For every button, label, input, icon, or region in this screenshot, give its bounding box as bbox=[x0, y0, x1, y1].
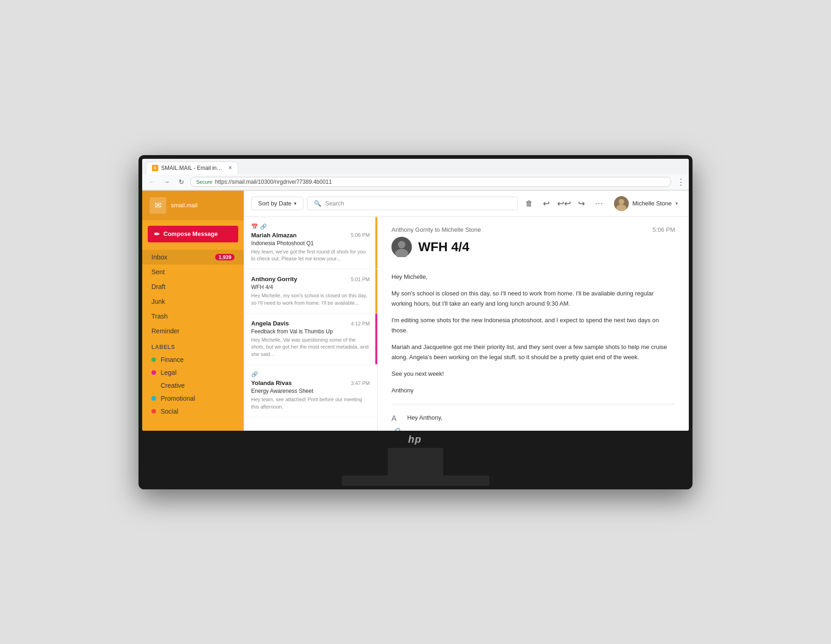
search-icon: 🔍 bbox=[314, 200, 321, 207]
tab-close-button[interactable]: ✕ bbox=[228, 165, 232, 171]
email-1-preview: Hey team, we've got the first round of s… bbox=[251, 248, 370, 263]
sidebar-item-junk-label: Junk bbox=[151, 298, 165, 305]
sidebar-item-junk[interactable]: Junk bbox=[142, 294, 244, 309]
user-name: Michelle Stone bbox=[632, 200, 672, 207]
email-1-sender: Mariah Almazan bbox=[251, 232, 297, 239]
email-item-1[interactable]: 📅 🔗 Mariah Almazan 5:06 PM Indonesia Pho… bbox=[244, 217, 377, 270]
avatar bbox=[614, 196, 629, 211]
browser-tab[interactable]: S SMAIL.MAIL - Email inbo… ✕ bbox=[146, 162, 238, 174]
reply-section: A 🔗 Hey Anthony, Family first! Make sure… bbox=[391, 413, 675, 430]
reply-sidebar-icons: A 🔗 bbox=[391, 413, 401, 430]
email-detail-subject: WFH 4/4 bbox=[418, 240, 469, 254]
browser-menu-button[interactable]: ⋮ bbox=[677, 177, 685, 187]
email-item-2[interactable]: Anthony Gorrity 5:01 PM WFH 4/4 Hey Mich… bbox=[244, 269, 377, 313]
sort-button[interactable]: Sort by Date ▾ bbox=[251, 197, 303, 210]
sidebar-item-draft-label: Draft bbox=[151, 283, 165, 290]
label-promotional[interactable]: Promotional bbox=[151, 392, 235, 405]
email-4-time: 3:47 PM bbox=[351, 380, 370, 386]
email-detail-header: WFH 4/4 bbox=[391, 237, 675, 264]
sidebar-logo: ✉ smail.mail bbox=[142, 191, 244, 220]
svg-text:hp: hp bbox=[408, 433, 422, 445]
label-finance[interactable]: Finance bbox=[151, 353, 235, 366]
sidebar-item-sent[interactable]: Sent bbox=[142, 265, 244, 279]
reply-attachment-icon: 🔗 bbox=[391, 427, 401, 430]
sort-label: Sort by Date bbox=[258, 200, 291, 207]
label-social[interactable]: Social bbox=[151, 405, 235, 418]
reply-button[interactable]: ↩ bbox=[539, 196, 554, 211]
email-2-indicator bbox=[375, 269, 377, 313]
email-1-icons: 📅 🔗 bbox=[251, 223, 370, 230]
hp-logo: hp bbox=[406, 431, 425, 448]
sidebar-item-draft[interactable]: Draft bbox=[142, 279, 244, 294]
address-text: https://smail.mail/10300/nrgdrive/77389.… bbox=[215, 179, 332, 185]
email-4-sender: Yolanda Rivas bbox=[251, 379, 292, 386]
attachment-icon: 🔗 bbox=[251, 371, 258, 378]
toolbar: Sort by Date ▾ 🔍 Search 🗑 ↩ bbox=[244, 191, 689, 217]
reply-para-1: Hey Anthony, bbox=[407, 413, 675, 423]
inbox-badge: 1,939 bbox=[215, 254, 235, 260]
reload-button[interactable]: ↻ bbox=[175, 176, 187, 188]
toolbar-actions: 🗑 ↩ ↩↩ ↪ ··· bbox=[522, 196, 607, 211]
label-finance-dot bbox=[151, 357, 156, 362]
svg-point-1 bbox=[619, 199, 624, 205]
email-3-preview: Hey Michelle, Val was questioning some o… bbox=[251, 337, 370, 358]
email-detail: Anthony Gorrity to Michelle Stone 5:06 P… bbox=[378, 217, 689, 431]
sort-chevron-icon: ▾ bbox=[294, 201, 296, 206]
link-icon: 🔗 bbox=[260, 223, 267, 230]
body-para-5: See you next week! bbox=[391, 369, 675, 379]
email-3-subject: Feedback from Val is Thumbs Up bbox=[251, 328, 370, 335]
email-2-time: 5:01 PM bbox=[351, 277, 370, 282]
sidebar-item-inbox[interactable]: Inbox 1,939 bbox=[142, 250, 244, 265]
email-2-sender: Anthony Gorrity bbox=[251, 276, 297, 283]
tab-label: SMAIL.MAIL - Email inbo… bbox=[161, 165, 223, 171]
label-legal-dot bbox=[151, 370, 156, 375]
sidebar-item-trash[interactable]: Trash bbox=[142, 309, 244, 324]
body-para-2: My son's school is closed on this day, s… bbox=[391, 289, 675, 309]
more-button[interactable]: ··· bbox=[592, 196, 607, 211]
compose-icon: ✏ bbox=[154, 230, 160, 238]
monitor-base bbox=[342, 475, 489, 486]
email-4-subject: Energy Awareness Sheet bbox=[251, 388, 370, 394]
forward-button[interactable]: → bbox=[161, 176, 173, 188]
email-item-3[interactable]: Angela Davis 4:12 PM Feedback from Val i… bbox=[244, 313, 377, 365]
search-label: Search bbox=[325, 200, 344, 207]
forward-button[interactable]: ↪ bbox=[574, 196, 589, 211]
sidebar-item-reminder[interactable]: Reminder bbox=[142, 324, 244, 338]
body-para-6: Anthony bbox=[391, 385, 675, 396]
logo-text: smail.mail bbox=[171, 202, 198, 209]
email-1-time: 5:06 PM bbox=[351, 232, 370, 238]
email-3-time: 4:12 PM bbox=[351, 321, 370, 326]
label-legal[interactable]: Legal bbox=[151, 366, 235, 379]
delete-button[interactable]: 🗑 bbox=[522, 196, 536, 211]
back-button[interactable]: ← bbox=[146, 176, 158, 188]
label-creative[interactable]: Creative bbox=[151, 379, 235, 392]
user-profile[interactable]: Michelle Stone ▾ bbox=[610, 194, 681, 213]
email-4-icons: 🔗 bbox=[251, 371, 370, 378]
email-2-subject: WFH 4/4 bbox=[251, 284, 370, 290]
email-3-sender: Angela Davis bbox=[251, 320, 289, 327]
email-detail-meta: Anthony Gorrity to Michelle Stone 5:06 P… bbox=[391, 226, 675, 233]
label-finance-text: Finance bbox=[161, 356, 184, 363]
sidebar: ✉ smail.mail ✏ Compose Message Inbox 1,9… bbox=[142, 191, 244, 431]
address-bar[interactable]: Secure https://smail.mail/10300/nrgdrive… bbox=[190, 177, 671, 187]
delete-icon: 🗑 bbox=[525, 199, 533, 208]
labels-title: Labels bbox=[151, 344, 235, 350]
sidebar-item-sent-label: Sent bbox=[151, 268, 165, 276]
user-dropdown-icon: ▾ bbox=[675, 201, 678, 206]
sidebar-item-trash-label: Trash bbox=[151, 313, 168, 320]
label-promotional-text: Promotional bbox=[161, 395, 195, 402]
body-para-4: Mariah and Jacqueline got me their prior… bbox=[391, 342, 675, 362]
search-bar[interactable]: 🔍 Search bbox=[307, 197, 518, 210]
email-list: 📅 🔗 Mariah Almazan 5:06 PM Indonesia Pho… bbox=[244, 217, 378, 431]
email-detail-from: Anthony Gorrity to Michelle Stone bbox=[391, 226, 481, 233]
body-para-3: I'm editing some shots for the new Indon… bbox=[391, 315, 675, 336]
main-content: 📅 🔗 Mariah Almazan 5:06 PM Indonesia Pho… bbox=[244, 217, 689, 431]
compose-label: Compose Message bbox=[163, 230, 218, 237]
tab-favicon: S bbox=[152, 165, 158, 171]
reply-icon: ↩ bbox=[543, 199, 550, 209]
forward-icon: ↪ bbox=[578, 199, 585, 209]
email-item-4[interactable]: 🔗 Yolanda Rivas 3:47 PM Energy Awareness… bbox=[244, 365, 377, 417]
label-social-text: Social bbox=[161, 408, 178, 415]
compose-button[interactable]: ✏ Compose Message bbox=[148, 226, 238, 242]
reply-all-button[interactable]: ↩↩ bbox=[557, 196, 572, 211]
